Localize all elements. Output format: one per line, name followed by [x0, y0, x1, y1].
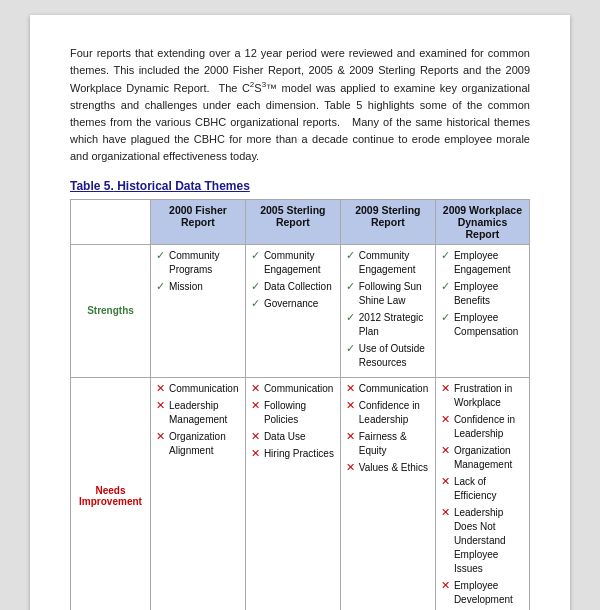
historical-data-table: 2000 Fisher Report 2005 Sterling Report … [70, 199, 530, 610]
cross-icon: ✕ [441, 475, 450, 488]
strengths-col-3: ✓Employee Engagement ✓Employee Benefits … [435, 244, 529, 377]
needs-row: Needs Improvement ✕Communication ✕Leader… [71, 377, 530, 610]
needs-label: Needs Improvement [71, 377, 151, 610]
check-icon: ✓ [346, 280, 355, 293]
cross-icon: ✕ [156, 399, 165, 412]
col-header-3: 2009 Workplace Dynamics Report [435, 199, 529, 244]
needs-col-2: ✕Communication ✕Confidence in Leadership… [340, 377, 435, 610]
needs-col-0: ✕Communication ✕Leadership Management ✕O… [151, 377, 246, 610]
cross-icon: ✕ [441, 506, 450, 519]
intro-paragraph: Four reports that extending over a 12 ye… [70, 45, 530, 165]
table-title: Table 5. Historical Data Themes [70, 179, 530, 193]
needs-col-3: ✕Frustration in Workplace ✕Confidence in… [435, 377, 529, 610]
cross-icon: ✕ [251, 447, 260, 460]
check-icon: ✓ [346, 249, 355, 262]
check-icon: ✓ [441, 311, 450, 324]
check-icon: ✓ [251, 249, 260, 262]
check-icon: ✓ [251, 280, 260, 293]
col-header-1: 2005 Sterling Report [245, 199, 340, 244]
check-icon: ✓ [156, 280, 165, 293]
cross-icon: ✕ [251, 382, 260, 395]
cross-icon: ✕ [346, 399, 355, 412]
check-icon: ✓ [441, 280, 450, 293]
cross-icon: ✕ [251, 430, 260, 443]
check-icon: ✓ [346, 342, 355, 355]
cross-icon: ✕ [251, 399, 260, 412]
cross-icon: ✕ [156, 382, 165, 395]
cross-icon: ✕ [346, 461, 355, 474]
col-header-2: 2009 Sterling Report [340, 199, 435, 244]
cross-icon: ✕ [441, 444, 450, 457]
strengths-col-2: ✓Community Engagement ✓Following Sun Shi… [340, 244, 435, 377]
strengths-col-0: ✓Community Programs ✓Mission [151, 244, 246, 377]
check-icon: ✓ [156, 249, 165, 262]
check-icon: ✓ [251, 297, 260, 310]
cross-icon: ✕ [441, 382, 450, 395]
cross-icon: ✕ [441, 579, 450, 592]
strengths-col-1: ✓Community Engagement ✓Data Collection ✓… [245, 244, 340, 377]
cross-icon: ✕ [346, 430, 355, 443]
page: Four reports that extending over a 12 ye… [30, 15, 570, 610]
cross-icon: ✕ [441, 413, 450, 426]
check-icon: ✓ [346, 311, 355, 324]
cross-icon: ✕ [346, 382, 355, 395]
col-header-0: 2000 Fisher Report [151, 199, 246, 244]
needs-col-1: ✕Communication ✕Following Policies ✕Data… [245, 377, 340, 610]
check-icon: ✓ [441, 249, 450, 262]
strengths-label: Strengths [71, 244, 151, 377]
strengths-row: Strengths ✓Community Programs ✓Mission ✓… [71, 244, 530, 377]
cross-icon: ✕ [156, 430, 165, 443]
